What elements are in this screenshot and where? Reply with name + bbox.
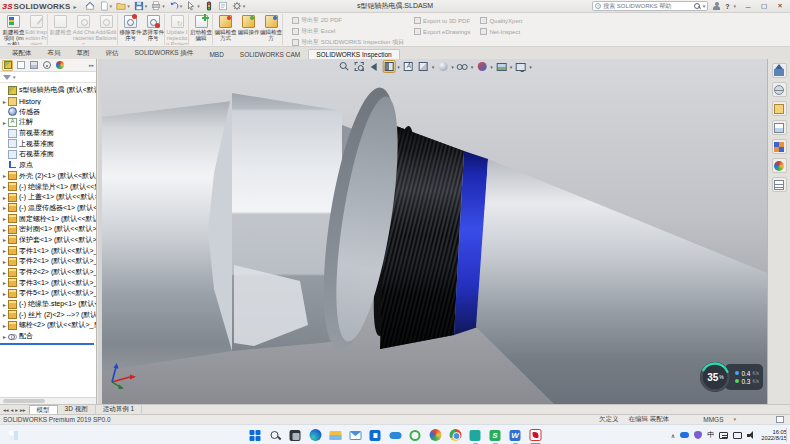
tree-item[interactable]: ▸ 零件5<1> (默认<<默认>_显示状态 [1,288,96,299]
tree-item[interactable]: ▸ 传感器 [1,106,96,117]
wps-s-icon[interactable] [488,428,503,443]
expand-arrow-icon[interactable]: ▸ [1,204,8,211]
edit-appearance-icon[interactable] [475,60,488,73]
solidworks-taskbar-icon[interactable] [528,428,543,443]
filter-funnel-icon[interactable] [3,75,11,80]
document-tab[interactable]: 模型 [29,405,58,414]
ribbon-tab[interactable]: 装配体 [4,47,40,59]
pane-overflow-arrow-icon[interactable]: ▸▸ [89,62,94,68]
task-view-icon[interactable] [288,428,303,443]
expand-arrow-icon[interactable]: ▸ [1,172,8,179]
tree-item[interactable]: ▸ 螺栓<2> (默认<<默认>_显示状态 [1,320,96,331]
graphics-viewport[interactable]: ▾ ▾ ▾ ▾ ▾ ▾ ▾ [102,59,767,404]
zoom-to-fit-icon[interactable] [337,60,350,73]
tree-item[interactable]: ▸ 密封圈<1> (默认<<默认>_显示状 [1,224,96,235]
taskbar-search-icon[interactable] [268,428,283,443]
export-button[interactable]: QualityXpert [480,16,522,25]
cloud-drive-icon[interactable] [388,428,403,443]
teal-app-icon[interactable] [468,428,483,443]
export-button[interactable]: Net-Inspect [480,27,522,36]
dynamic-annotation-icon[interactable] [402,60,415,73]
options-gear-icon[interactable]: ▾ [232,1,246,11]
resources-globe-icon[interactable] [772,82,787,97]
export-button[interactable]: 导出至 Excel [292,27,404,36]
tree-item[interactable]: ▸ 零件2<2> (默认<<默认>_显示状态 [1,267,96,278]
rollback-bar[interactable] [0,343,94,345]
ime-indicator[interactable]: 中 [707,430,714,440]
ribbon-button[interactable]: 编辑检查方 [260,14,283,45]
export-button[interactable]: Export eDrawings [414,27,470,36]
edge-icon[interactable] [308,428,323,443]
ribbon-button[interactable]: 选择零件序号 [142,14,165,45]
expand-arrow-icon[interactable]: ▸ [1,290,8,297]
ribbon-button[interactable]: 移除零件序号 [119,14,142,45]
help-icon[interactable]: ? [725,3,729,10]
tree-item[interactable]: ▸ (-) 上盖<1> (默认<<默认>_显示状 [1,192,96,203]
home-icon[interactable] [772,63,787,78]
ribbon-tab[interactable]: SOLIDWORKS Inspection [308,49,400,59]
view-settings-icon[interactable] [514,60,527,73]
chrome-icon[interactable] [448,428,463,443]
propertymanager-tab[interactable] [15,60,26,71]
tree-item[interactable]: ▸ History [1,96,96,107]
tree-item[interactable]: ▸ 注解 [1,117,96,128]
tree-item[interactable]: ▸ 原点 [1,160,96,171]
minimize-button[interactable]: ─ [740,0,756,12]
ribbon-tab[interactable]: SOLIDWORKS CAM [232,49,308,59]
tree-item[interactable]: ▸ (-) 绝缘垫片<1> (默认<<默认>_显 [1,181,96,192]
ribbon-button[interactable]: 启动检查编辑 [190,14,213,45]
expand-arrow-icon[interactable]: ▸ [1,215,8,222]
configurationmanager-tab[interactable] [28,60,39,71]
expand-arrow-icon[interactable]: ▸ [1,333,8,340]
featuremanager-tree-tab[interactable] [2,60,13,71]
home-icon[interactable] [85,1,95,11]
store-icon[interactable] [368,428,383,443]
view-settings-dropdown-icon[interactable]: ▾ [529,64,532,70]
tray-chevron-up-icon[interactable]: ∧ [671,432,675,439]
ribbon-tab[interactable]: 评估 [98,47,127,59]
expand-arrow-icon[interactable]: ▸ [1,236,8,243]
start-icon[interactable] [248,428,263,443]
dimxpertmanager-tab[interactable] [41,60,52,71]
section-view-dropdown-icon[interactable]: ▾ [397,64,400,70]
solidworks-logo[interactable]: ЗS SOLIDWORKS ▸ [2,2,77,11]
document-tab[interactable]: 运动算例 1 [96,405,142,414]
rebuild-icon[interactable] [204,1,214,11]
expand-arrow-icon[interactable]: ▸ [1,194,8,201]
ribbon-button[interactable]: Add Characteristic [72,14,95,45]
login-person-icon[interactable] [712,2,721,11]
green-ring-app-icon[interactable] [408,428,423,443]
apply-scene-icon[interactable] [495,60,508,73]
file-explorer-taskbar-icon[interactable] [328,428,343,443]
tree-item[interactable]: ▸ 零件1<1> (默认<<默认>_显示状态 [1,245,96,256]
panel-horizontal-scrollbar[interactable] [0,397,97,404]
expand-arrow-icon[interactable]: ▸ [1,98,8,105]
expand-arrow-icon[interactable]: ▸ [1,226,8,233]
first-tab-arrow-icon[interactable]: ◂◂ [3,407,9,413]
export-button[interactable]: 导出至 2D PDF [292,16,404,25]
ribbon-button[interactable]: 新建检查 [49,14,72,45]
design-library-icon[interactable] [772,101,787,116]
save-icon[interactable]: ▾ [134,1,148,11]
usage-percent-gauge[interactable]: 35% [698,360,732,394]
search-icon[interactable] [693,2,701,10]
mail-icon[interactable] [348,428,363,443]
ribbon-button[interactable]: 编辑操作 [237,14,260,45]
help-dropdown-icon[interactable]: ▾ [733,4,736,9]
shield-icon[interactable] [694,431,702,439]
expand-arrow-icon[interactable]: ▸ [1,119,8,126]
ribbon-tab[interactable]: MBD [201,49,231,59]
view-orientation-icon[interactable] [417,60,430,73]
ribbon-tab[interactable]: SOLIDWORKS 插件 [127,47,202,59]
prev-tab-arrow-icon[interactable]: ◂ [11,407,14,413]
model-3d-view[interactable] [102,59,767,404]
open-icon[interactable]: ▾ [116,1,130,11]
taskbar-clock[interactable]: 16:05 2022/8/15 [761,429,787,442]
appearances-icon[interactable] [772,158,787,173]
previous-view-icon[interactable] [367,60,380,73]
view-palette-icon[interactable] [772,139,787,154]
undo-icon[interactable]: ▾ [169,1,183,11]
print-icon[interactable]: ▾ [151,1,165,11]
onedrive-icon[interactable] [680,432,689,438]
close-button[interactable]: ✕ [772,0,788,12]
